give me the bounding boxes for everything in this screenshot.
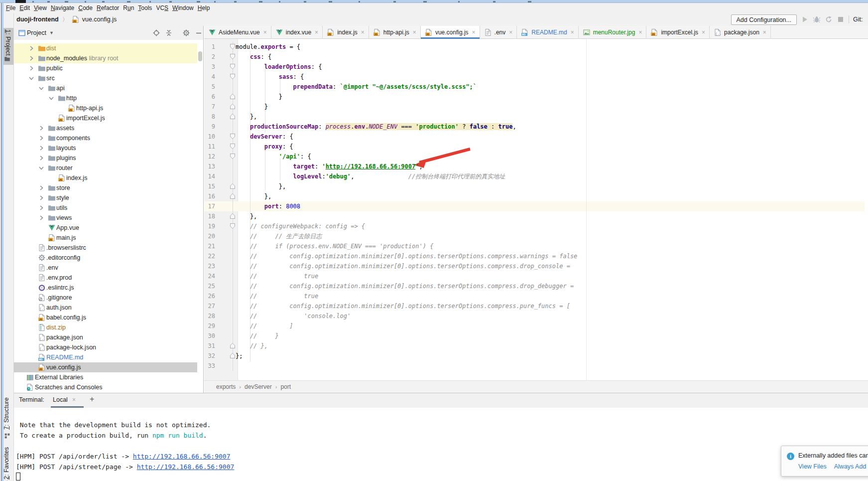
fold-marker[interactable] [230,44,235,49]
run-icon[interactable] [801,15,809,23]
tree-item-main-js[interactable]: JSmain.js [14,233,197,243]
terminal-tab-local[interactable]: Local [53,396,68,403]
tree-item-store[interactable]: store [14,183,197,193]
tree-item-assets[interactable]: assets [14,123,197,133]
debug-icon[interactable] [813,15,821,23]
close-icon[interactable]: × [263,29,267,36]
notification-action-view-files[interactable]: View Files [798,463,827,470]
tree-item-http[interactable]: http [14,93,197,103]
chevron-right-icon[interactable] [27,64,35,72]
terminal-link[interactable]: http://192.168.66.56:9007 [137,463,235,471]
close-icon[interactable]: × [702,29,705,36]
code-breadcrumb-devServer[interactable]: devServer [245,383,272,390]
fold-marker[interactable] [230,144,235,149]
new-terminal-button[interactable]: + [90,395,94,404]
tree-item-scratches-and-consoles[interactable]: Scratches and Consoles [14,382,197,392]
chevron-down-icon[interactable] [47,94,55,102]
tab-readme-md[interactable]: MDREADME.md× [517,26,578,39]
menu-window[interactable]: Window [170,3,196,12]
fold-marker[interactable] [230,353,235,358]
tree-scrollbar[interactable] [198,51,202,61]
tree-item-vue-config-js[interactable]: JSvue.config.js [14,362,197,372]
chevron-down-icon[interactable] [27,74,35,82]
close-icon[interactable]: × [763,29,766,36]
tree-item-auth-json[interactable]: {..}auth.json [14,303,197,313]
chevron-right-icon[interactable] [37,124,45,132]
code-breadcrumb-exports[interactable]: exports [216,383,236,390]
menu-file[interactable]: File [4,3,17,12]
add-configuration-button[interactable]: Add Configuration... [731,14,797,25]
fold-marker[interactable] [230,183,235,189]
notification-action-always-add[interactable]: Always Add [834,463,867,470]
code-editor[interactable]: 1module.exports = {2 css: {3 loaderOptio… [204,39,868,380]
menu-tools[interactable]: Tools [136,3,154,12]
close-icon[interactable]: × [509,29,512,36]
close-icon[interactable]: × [413,29,416,36]
terminal-link[interactable]: http://192.168.66.56:9007 [133,453,231,460]
close-icon[interactable]: × [361,29,365,36]
stop-icon[interactable] [837,15,845,23]
code-breadcrumb-port[interactable]: port [280,383,291,390]
chevron-right-icon[interactable] [27,44,35,52]
breadcrumb-file[interactable]: vue.config.js [82,16,117,23]
fold-marker[interactable] [230,213,235,219]
breadcrumb-project[interactable]: duoji-frontend [16,16,59,23]
chevron-right-icon[interactable] [37,154,45,162]
tree-item-utils[interactable]: utils [14,203,197,213]
chevron-right-icon[interactable] [37,194,45,202]
fold-marker[interactable] [230,54,235,59]
tree-item--editorconfig[interactable]: .editorconfig [14,253,197,263]
menu-edit[interactable]: Edit [17,3,32,12]
tree-item--gitignore[interactable]: .gitignore [14,293,197,303]
tree-item-style[interactable]: style [14,193,197,203]
tree-item--env[interactable]: .env [14,263,197,273]
close-icon[interactable]: × [638,29,642,36]
chevron-right-icon[interactable] [37,134,45,142]
fold-marker[interactable] [230,154,235,159]
fold-marker[interactable] [230,223,235,229]
tab-asidemenu-vue[interactable]: AsideMenu.vue× [204,26,271,39]
fold-marker[interactable] [230,134,235,139]
tree-item-components[interactable]: components [14,133,197,143]
tree-item-package-json[interactable]: {..}package.json [14,332,197,342]
rerun-icon[interactable] [825,15,833,23]
tree-item-index-js[interactable]: JSindex.js [14,173,197,183]
chevron-right-icon[interactable] [37,184,45,192]
tab-vue-config-js[interactable]: JSvue.config.js× [421,26,480,39]
tree-item-views[interactable]: views [14,213,197,223]
tree-item--browserslistrc[interactable]: .browserslistrc [14,243,197,253]
fold-marker[interactable] [230,94,235,99]
fold-marker[interactable] [230,64,235,69]
tab-menurouter-jpg[interactable]: menuRouter.jpg× [579,26,647,39]
fold-marker[interactable] [230,104,235,109]
chevron-down-icon[interactable] [37,164,45,172]
tree-item-public[interactable]: public [14,63,197,73]
menu-refactor[interactable]: Refactor [95,3,121,12]
menu-help[interactable]: Help [196,3,212,12]
git-label[interactable]: Git: [853,16,868,23]
tree-item-app-vue[interactable]: App.vue [14,223,197,233]
tree-item-layouts[interactable]: layouts [14,143,197,153]
close-icon[interactable]: × [72,396,76,403]
fold-marker[interactable] [230,114,235,119]
tab-index-js[interactable]: JSindex.js× [323,26,369,39]
tree-item-node-modules[interactable]: node_modules library root [14,53,197,63]
close-icon[interactable]: × [472,29,476,36]
tree-item--env-prod[interactable]: .env.prod [14,273,197,283]
tree-item-readme-md[interactable]: MDREADME.md [14,352,197,362]
chevron-right-icon[interactable] [37,204,45,212]
tree-item-http-api-js[interactable]: JShttp-api.js [14,103,197,113]
tab-http-api-js[interactable]: JShttp-api.js× [369,26,421,39]
close-icon[interactable]: × [571,29,574,36]
tab-index-vue[interactable]: index.vue× [271,26,323,39]
menu-view[interactable]: View [32,3,49,12]
tree-item-dist-zip[interactable]: dist.zip [14,322,197,332]
chevron-right-icon[interactable] [37,144,45,152]
tree-item-dist[interactable]: dist [14,43,197,53]
chevron-right-icon[interactable] [27,54,35,62]
tree-item-plugins[interactable]: plugins [14,153,197,163]
tree-item--eslintrc-js[interactable]: .eslintrc.js [14,283,197,293]
tree-item-router[interactable]: router [14,163,197,173]
fold-marker[interactable] [230,74,235,79]
tool-button-structure[interactable]: 7: Structure [3,397,10,430]
